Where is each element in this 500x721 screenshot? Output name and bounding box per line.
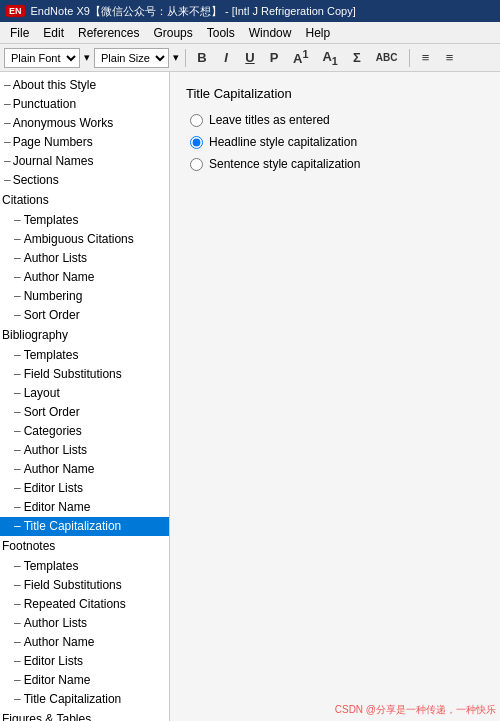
tree-item-bibliography-author-name[interactable]: Author Name [0, 460, 169, 479]
toolbar-arrow1: ▾ [84, 51, 90, 64]
tree-item-bibliography-field-substitutions[interactable]: Field Substitutions [0, 365, 169, 384]
tree-item-citations-author-lists[interactable]: Author Lists [0, 249, 169, 268]
underline-button[interactable]: U [240, 49, 260, 66]
radio-headline-style[interactable]: Headline style capitalization [190, 135, 484, 149]
radio-leave-titles[interactable]: Leave titles as entered [190, 113, 484, 127]
toolbar: Plain Font ▾ Plain Size ▾ B I U P A1 A1 … [0, 44, 500, 72]
tree-panel: About this Style Punctuation Anonymous W… [0, 72, 170, 721]
tree-item-bibliography-author-lists[interactable]: Author Lists [0, 441, 169, 460]
right-panel: Title Capitalization Leave titles as ent… [170, 72, 500, 721]
italic-button[interactable]: I [216, 49, 236, 66]
radio-headline-style-label: Headline style capitalization [209, 135, 357, 149]
tree-item-footnotes-editor-lists[interactable]: Editor Lists [0, 652, 169, 671]
main-content: About this Style Punctuation Anonymous W… [0, 72, 500, 721]
tree-item-citations-author-name[interactable]: Author Name [0, 268, 169, 287]
radio-leave-titles-label: Leave titles as entered [209, 113, 330, 127]
tree-item-footnotes-author-name[interactable]: Author Name [0, 633, 169, 652]
tree-item-citations-templates[interactable]: Templates [0, 211, 169, 230]
radio-sentence-style-label: Sentence style capitalization [209, 157, 360, 171]
tree-item-footnotes-author-lists[interactable]: Author Lists [0, 614, 169, 633]
toolbar-sep2 [409, 49, 410, 67]
menu-edit[interactable]: Edit [37, 24, 70, 42]
superscript-button[interactable]: A1 [288, 47, 313, 67]
tree-item-bibliography-categories[interactable]: Categories [0, 422, 169, 441]
tree-item-page-numbers[interactable]: Page Numbers [0, 133, 169, 152]
plain-button[interactable]: P [264, 49, 284, 66]
tree-item-about-this-style[interactable]: About this Style [0, 76, 169, 95]
tree-item-bibliography-title-capitalization[interactable]: Title Capitalization [0, 517, 169, 536]
tree-item-punctuation[interactable]: Punctuation [0, 95, 169, 114]
tree-item-footnotes-repeated-citations[interactable]: Repeated Citations [0, 595, 169, 614]
radio-sentence-style-input[interactable] [190, 158, 203, 171]
tree-item-sections[interactable]: Sections [0, 171, 169, 190]
tree-item-journal-names[interactable]: Journal Names [0, 152, 169, 171]
title-bar: EN EndNote X9【微信公众号：从来不想】 - [Intl J Refr… [0, 0, 500, 22]
menu-file[interactable]: File [4, 24, 35, 42]
tree-item-footnotes-editor-name[interactable]: Editor Name [0, 671, 169, 690]
font-select[interactable]: Plain Font [4, 48, 80, 68]
tree-group-bibliography[interactable]: Bibliography [0, 325, 169, 346]
radio-headline-style-input[interactable] [190, 136, 203, 149]
tree-item-anonymous-works[interactable]: Anonymous Works [0, 114, 169, 133]
subscript-button[interactable]: A1 [317, 48, 342, 68]
tree-item-bibliography-sort-order[interactable]: Sort Order [0, 403, 169, 422]
title-bar-text: EndNote X9【微信公众号：从来不想】 - [Intl J Refrige… [31, 4, 356, 19]
menu-references[interactable]: References [72, 24, 145, 42]
radio-leave-titles-input[interactable] [190, 114, 203, 127]
tree-item-citations-numbering[interactable]: Numbering [0, 287, 169, 306]
panel-title: Title Capitalization [186, 86, 484, 101]
tree-group-figures-tables[interactable]: Figures & Tables [0, 709, 169, 721]
tree-item-footnotes-title-capitalization[interactable]: Title Capitalization [0, 690, 169, 709]
bold-button[interactable]: B [192, 49, 212, 66]
menu-window[interactable]: Window [243, 24, 298, 42]
align-left-button[interactable]: ≡ [416, 49, 436, 66]
small-caps-button[interactable]: ABC [371, 51, 403, 64]
app-logo: EN [6, 5, 25, 17]
menu-groups[interactable]: Groups [147, 24, 198, 42]
radio-sentence-style[interactable]: Sentence style capitalization [190, 157, 484, 171]
tree-item-footnotes-field-substitutions[interactable]: Field Substitutions [0, 576, 169, 595]
tree-item-citations-sort-order[interactable]: Sort Order [0, 306, 169, 325]
tree-item-bibliography-editor-name[interactable]: Editor Name [0, 498, 169, 517]
radio-group: Leave titles as entered Headline style c… [190, 113, 484, 171]
tree-group-footnotes[interactable]: Footnotes [0, 536, 169, 557]
tree-item-bibliography-layout[interactable]: Layout [0, 384, 169, 403]
tree-item-bibliography-editor-lists[interactable]: Editor Lists [0, 479, 169, 498]
menu-help[interactable]: Help [299, 24, 336, 42]
menu-bar: File Edit References Groups Tools Window… [0, 22, 500, 44]
align-right-button[interactable]: ≡ [440, 49, 460, 66]
tree-group-citations[interactable]: Citations [0, 190, 169, 211]
tree-item-footnotes-templates[interactable]: Templates [0, 557, 169, 576]
tree-item-bibliography-templates[interactable]: Templates [0, 346, 169, 365]
menu-tools[interactable]: Tools [201, 24, 241, 42]
size-select[interactable]: Plain Size [94, 48, 169, 68]
toolbar-sep [185, 49, 186, 67]
toolbar-arrow2: ▾ [173, 51, 179, 64]
tree-item-ambiguous-citations[interactable]: Ambiguous Citations [0, 230, 169, 249]
symbol-button[interactable]: Σ [347, 49, 367, 66]
